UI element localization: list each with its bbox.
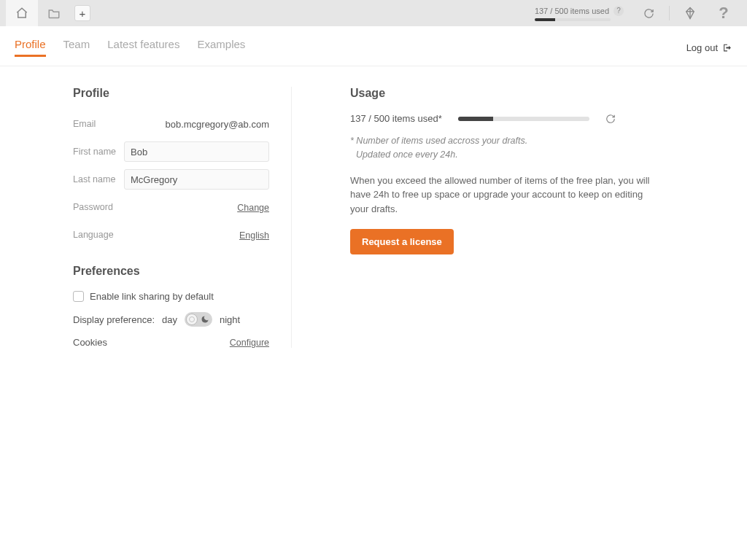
moon-icon [201,315,209,324]
cookies-row: Cookies Configure [73,337,269,348]
toolbar-left: + [6,0,90,26]
request-license-button[interactable]: Request a license [350,229,454,254]
configure-cookies-link[interactable]: Configure [230,338,269,348]
usage-bar [458,117,589,121]
nav-tabs: Profile Team Latest features Examples [15,38,245,57]
preferences-heading: Preferences [73,265,269,278]
premium-button[interactable] [677,0,703,26]
home-button[interactable] [6,0,38,26]
plus-icon: + [80,7,86,20]
toolbar-right: 137 / 500 items used ? ? [535,0,737,26]
language-link[interactable]: English [239,230,269,241]
toolbar-divider [669,6,670,20]
change-password-link[interactable]: Change [237,203,269,213]
language-label: Language [73,230,124,240]
usage-mini-bar [535,18,611,21]
logout-label: Log out [686,42,718,53]
language-row: Language English [73,224,269,246]
theme-toggle[interactable] [185,312,212,327]
tab-examples[interactable]: Examples [197,38,245,57]
password-label: Password [73,202,124,212]
home-icon [15,7,28,20]
preferences-section: Preferences Enable link sharing by defau… [73,265,269,348]
lastname-input[interactable] [124,169,269,190]
usage-note-asterisk: * [350,136,354,146]
night-label: night [220,314,240,325]
tab-team[interactable]: Team [63,38,90,57]
firstname-label: First name [73,147,124,157]
logout-button[interactable]: Log out [686,42,732,53]
cookies-label: Cookies [73,337,107,348]
usage-note-line2: Updated once every 24h. [356,148,674,162]
profile-column: Profile Email bob.mcgregory@ab.com First… [73,87,292,348]
firstname-input[interactable] [124,141,269,162]
folder-icon [47,8,61,19]
usage-refresh-button[interactable] [605,114,616,124]
usage-note-line1: Number of items used accross your drafts… [356,136,527,146]
usage-mini-bar-fill [535,18,555,21]
usage-description: When you exceed the allowed number of it… [350,174,657,217]
link-sharing-row: Enable link sharing by default [73,291,269,302]
lastname-row: Last name [73,168,269,190]
toggle-knob [186,314,198,325]
new-tab-button[interactable]: + [74,5,90,21]
link-sharing-label: Enable link sharing by default [90,291,214,302]
tab-latest-features[interactable]: Latest features [107,38,179,57]
email-label: Email [73,119,124,129]
usage-heading: Usage [350,87,674,100]
question-icon: ? [719,4,728,23]
display-preference-label: Display preference: [73,314,155,325]
display-preference-row: Display preference: day night [73,312,269,327]
content: Profile Email bob.mcgregory@ab.com First… [0,66,747,368]
password-row: Password Change [73,196,269,218]
usage-summary-text: 137 / 500 items used* [350,113,442,124]
usage-mini-widget: 137 / 500 items used ? [535,6,624,21]
refresh-icon [605,114,616,124]
usage-summary-row: 137 / 500 items used* [350,113,674,124]
folder-button[interactable] [41,0,67,26]
usage-note: * Number of items used accross your draf… [350,134,674,162]
help-button[interactable]: ? [711,0,737,26]
nav-row: Profile Team Latest features Examples Lo… [0,26,747,66]
logout-icon [722,43,732,52]
tab-profile[interactable]: Profile [15,38,46,57]
day-label: day [162,314,177,325]
profile-heading: Profile [73,87,269,100]
usage-mini-label: 137 / 500 items used [535,7,609,15]
diamond-icon [684,7,697,20]
refresh-button[interactable] [635,0,662,26]
link-sharing-checkbox[interactable] [73,291,84,302]
usage-column: Usage 137 / 500 items used* * Number of … [292,87,674,348]
lastname-label: Last name [73,174,124,184]
usage-help-button[interactable]: ? [614,6,624,16]
email-value: bob.mcgregory@ab.com [124,119,269,130]
app-toolbar: + 137 / 500 items used ? ? [0,0,747,26]
firstname-row: First name [73,141,269,163]
refresh-icon [643,8,654,19]
usage-bar-fill [458,117,494,121]
email-row: Email bob.mcgregory@ab.com [73,113,269,135]
